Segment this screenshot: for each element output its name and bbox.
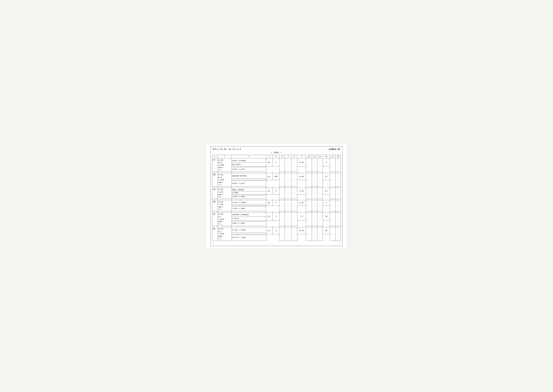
col-header-4: 4 bbox=[266, 155, 273, 158]
qty-col: 3 bbox=[273, 227, 279, 234]
col7: – bbox=[285, 212, 292, 226]
dimensions-col: II,20 x I,082 bbox=[231, 235, 266, 241]
col13: 3 bbox=[323, 158, 330, 167]
bottom-corners: └ ┘ bbox=[212, 241, 341, 244]
col7: – bbox=[285, 173, 292, 187]
col10: – bbox=[306, 173, 312, 187]
col13: 30 bbox=[323, 212, 330, 221]
col13: II bbox=[323, 173, 330, 180]
col9: 2,07 bbox=[297, 200, 306, 206]
col11: – bbox=[312, 227, 317, 241]
table-row: 5824-05д.22I-I464СЦМ-УТ.ч.Прижим НЛ-МРУЗ… bbox=[212, 173, 341, 179]
col11: – bbox=[312, 200, 317, 211]
qty-col: 4 bbox=[273, 200, 279, 206]
col8: – bbox=[292, 212, 297, 226]
qty-col: I80 bbox=[273, 173, 279, 180]
name-col-2: НЛ-У45У3 bbox=[231, 162, 266, 167]
table-row: 5724-05д.22I-I459СЦМ-УТ.ч.Лоток угловойш… bbox=[212, 158, 341, 162]
col10: – bbox=[306, 188, 312, 199]
qty-col: 8 bbox=[273, 188, 279, 195]
col14: – bbox=[330, 212, 335, 226]
col15: – bbox=[335, 200, 341, 211]
dimensions-col: 0,06 x I,072 bbox=[231, 181, 266, 187]
col15: – bbox=[335, 188, 341, 199]
doc-ref: 903-2-30.90. Ал.I5,кн.6 bbox=[213, 148, 241, 150]
col12: – bbox=[317, 158, 323, 172]
col8: – bbox=[292, 188, 297, 199]
table-row: 6I24-05д.2I-I043СЦМ-УТ.ч.Коробка клеммна… bbox=[212, 212, 341, 217]
dimensions-col: 0,50 x I,072 bbox=[231, 167, 266, 172]
ref-col: 24-05д.2I-I043СЦМ-УТ.ч. bbox=[218, 212, 231, 226]
col-header-8: 8 bbox=[292, 155, 297, 158]
col11: – bbox=[312, 173, 317, 187]
col10: – bbox=[306, 200, 312, 211]
unit-col: шт. bbox=[266, 212, 273, 221]
col7: – bbox=[285, 227, 292, 241]
col-header-11: 11 bbox=[312, 155, 317, 158]
col14: – bbox=[330, 200, 335, 211]
unit-col: шт. bbox=[266, 200, 273, 206]
col7: – bbox=[285, 188, 292, 199]
bottom-left-corner: └ bbox=[213, 242, 214, 244]
unit-col: шт. bbox=[266, 173, 273, 180]
dimensions-col: 6,80 x I,082 bbox=[231, 221, 266, 226]
col9: 7,4 bbox=[297, 212, 306, 221]
col-header-13: 13 bbox=[323, 155, 330, 158]
ref-col: 24-05д.22I-I464СЦМ-УТ.ч. bbox=[218, 173, 231, 187]
row-number: 57 bbox=[212, 158, 218, 172]
col13: I3 bbox=[323, 188, 330, 195]
name-col-2 bbox=[231, 205, 266, 206]
name-col: Коробка клеммная bbox=[231, 212, 266, 217]
col6: – bbox=[279, 212, 285, 226]
col9: I,63 bbox=[297, 188, 306, 195]
row-number: 62 bbox=[212, 227, 218, 241]
row-spacer bbox=[212, 211, 341, 212]
col8: – bbox=[292, 158, 297, 172]
doc-number: 24963-22 bbox=[329, 148, 340, 151]
col12: – bbox=[317, 173, 323, 187]
ref-col: 24-05д.22I-I459СЦМ-УТ.ч. bbox=[218, 158, 231, 172]
col9: 0,54 bbox=[297, 158, 306, 167]
page-number: — 306 — bbox=[212, 151, 341, 154]
unit-col: шт. bbox=[266, 188, 273, 195]
name-col: Прижим НЛ-МРУЗ bbox=[231, 173, 266, 179]
col14: – bbox=[330, 188, 335, 199]
col6: – bbox=[279, 158, 285, 172]
row-number: 58 bbox=[212, 173, 218, 187]
name-col: Лоток угловой bbox=[231, 158, 266, 162]
col15: – bbox=[335, 212, 341, 226]
col-header-5: 5 bbox=[273, 155, 279, 158]
col14: – bbox=[330, 227, 335, 241]
unit-col: шт. bbox=[266, 158, 273, 167]
col-header-12: 12 bbox=[317, 155, 323, 158]
main-table: 1 2 3 4 5 6 7 8 9 10 11 12 13 14 15 5724… bbox=[212, 155, 341, 241]
col-header-1: 1 bbox=[212, 155, 218, 158]
qty-col: 4 bbox=[273, 212, 279, 221]
col12: – bbox=[317, 200, 323, 211]
dimensions-col: I,50 x I,089 bbox=[231, 195, 266, 199]
name-col: То же, У-6I5А bbox=[231, 227, 266, 233]
row-spacer bbox=[212, 187, 341, 188]
col-header-2: 2 bbox=[218, 155, 231, 158]
row-spacer bbox=[212, 199, 341, 200]
row-number: 59 bbox=[212, 188, 218, 199]
col13: 36 bbox=[323, 227, 330, 234]
row-spacer bbox=[212, 226, 341, 227]
header: 903-2-30.90. Ал.I5,кн.6 24963-22 bbox=[212, 148, 341, 151]
col-header-14: 14 bbox=[330, 155, 335, 158]
col15: – bbox=[335, 173, 341, 187]
col12: – bbox=[317, 212, 323, 226]
col6: – bbox=[279, 227, 285, 241]
col10: – bbox=[306, 227, 312, 241]
row-number: 60 bbox=[212, 200, 218, 211]
table-row: 6224-05д.2I-I044СЦМ-УТ.ч.То же, У-6I5Ашт… bbox=[212, 227, 341, 233]
col7: – bbox=[285, 200, 292, 211]
table-row: 5924-05I-OIIСЦМ-УТ.ч.Ввод гибкийшт.8–––I… bbox=[212, 188, 341, 191]
col14: – bbox=[330, 173, 335, 187]
table-row: 6024-05I-OI4СЦМ-УТ.ч.То же, К-I084шт.4––… bbox=[212, 200, 341, 205]
row-spacer bbox=[212, 172, 341, 173]
row-number: 6I bbox=[212, 212, 218, 226]
col6: – bbox=[279, 173, 285, 187]
name-col-2 bbox=[231, 233, 266, 234]
col-header-6: 6 bbox=[279, 155, 285, 158]
